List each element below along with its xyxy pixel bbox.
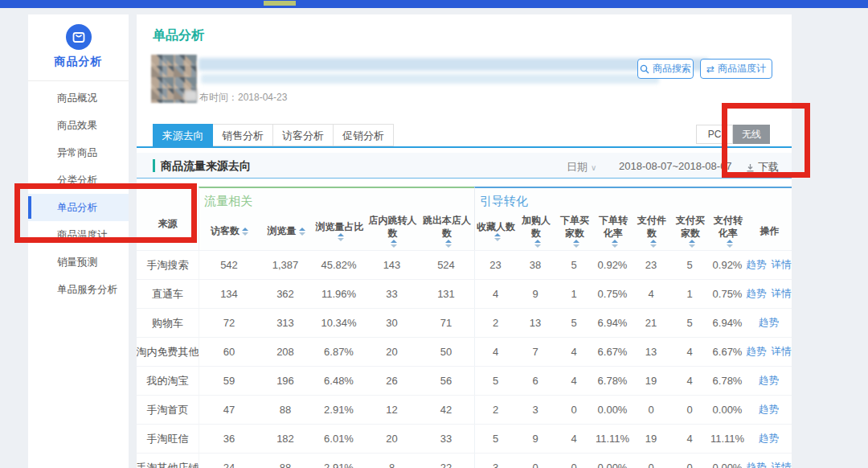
sort-icon[interactable] [534, 240, 541, 248]
action-cell: 趋势 [746, 396, 792, 424]
action-link[interactable]: 详情 [772, 345, 792, 359]
sort-icon[interactable] [242, 228, 248, 236]
source-cell[interactable]: 我的淘宝 [137, 367, 199, 395]
sidebar-item[interactable]: 商品温度计 [28, 221, 129, 248]
column-header[interactable]: 浏览量占比 [313, 212, 366, 250]
date-filter-dropdown[interactable]: 日期∨ [567, 160, 596, 174]
value-cell: 6.48% [312, 367, 366, 395]
action-cell: 趋势详情 [746, 280, 792, 308]
sort-down-arrow [445, 244, 452, 248]
value-cell: 0.00% [709, 454, 746, 468]
value-cell: 1 [670, 280, 709, 308]
column-group-traffic: 流量相关 访客数浏览量浏览量占比店内跳转人数跳出本店人数 [199, 187, 474, 250]
value-cell: 11.11% [709, 425, 746, 453]
column-header[interactable]: 店内跳转人数 [366, 212, 419, 250]
product-search-label: 商品搜索 [653, 62, 691, 76]
column-header[interactable]: 支付买家数 [671, 212, 710, 250]
action-cell: 趋势详情 [746, 338, 792, 366]
value-cell: 23 [632, 251, 670, 279]
value-cell: 13 [516, 309, 555, 337]
sort-icon[interactable] [299, 228, 305, 236]
action-cell: 趋势详情 [746, 454, 792, 468]
sort-down-arrow [612, 244, 618, 248]
product-thermometer-button[interactable]: ⇄ 商品温度计 [700, 59, 772, 79]
action-link[interactable]: 详情 [772, 287, 792, 301]
source-cell[interactable]: 手淘旺信 [137, 425, 199, 453]
sort-icon[interactable] [612, 240, 618, 248]
value-cell: 4 [474, 280, 516, 308]
action-link[interactable]: 趋势 [759, 403, 779, 417]
column-header[interactable]: 访客数 [199, 212, 260, 250]
column-header[interactable]: 支付转化率 [710, 212, 747, 250]
tab[interactable]: 访客分析 [273, 124, 334, 146]
value-cell: 0.92% [709, 251, 746, 279]
sidebar-item[interactable]: 异常商品 [28, 139, 129, 166]
table-row: 购物车7231310.34%307121356.94%2156.94%趋势 [137, 308, 792, 337]
product-search-button[interactable]: 商品搜索 [637, 59, 694, 79]
source-cell[interactable]: 淘内免费其他 [137, 338, 199, 366]
device-toggle-option[interactable]: 无线 [733, 125, 770, 144]
source-cell[interactable]: 直通车 [137, 280, 199, 308]
column-header[interactable]: 下单买家数 [555, 212, 594, 250]
column-header[interactable]: 收藏人数 [475, 212, 517, 250]
value-cell: 4 [670, 367, 709, 395]
column-header[interactable]: 支付件数 [633, 212, 671, 250]
value-cell: 2.91% [312, 396, 366, 424]
value-cell: 143 [366, 251, 418, 279]
value-cell: 131 [418, 280, 474, 308]
tab[interactable]: 来源去向 [153, 124, 213, 146]
sort-icon[interactable] [391, 240, 397, 248]
sidebar-item[interactable]: 商品效果 [28, 112, 129, 139]
sort-icon[interactable] [494, 233, 501, 241]
sort-icon[interactable] [689, 240, 695, 248]
sidebar-item[interactable]: 单品分析 [28, 194, 129, 221]
action-link[interactable]: 趋势 [747, 345, 767, 359]
action-cell: 趋势 [746, 425, 792, 453]
date-filter-label: 日期 [567, 161, 588, 173]
column-header-source[interactable]: 来源 [137, 217, 199, 231]
sort-icon[interactable] [573, 240, 579, 248]
sidebar-item[interactable]: 销量预测 [28, 248, 129, 276]
sidebar-item[interactable]: 单品服务分析 [28, 276, 129, 303]
sort-icon[interactable] [445, 240, 452, 248]
column-header[interactable]: 下单转化率 [594, 212, 633, 250]
tab[interactable]: 销售分析 [213, 124, 273, 146]
source-cell[interactable]: 手淘首页 [137, 396, 199, 424]
sort-icon[interactable] [727, 240, 733, 248]
value-cell: 6.94% [709, 309, 746, 337]
action-link[interactable]: 详情 [772, 258, 792, 272]
column-header[interactable]: 浏览量 [260, 212, 313, 250]
action-link[interactable]: 详情 [772, 461, 792, 468]
value-cell: 20 [366, 338, 418, 366]
device-toggle-option[interactable]: PC [696, 125, 733, 144]
action-link[interactable]: 趋势 [747, 258, 767, 272]
column-header[interactable]: 加购人数 [517, 212, 555, 250]
sort-icon[interactable] [650, 240, 657, 248]
table-row: 手淘旺信361826.01%203359411.11%19411.11%趋势 [137, 424, 792, 453]
value-cell: 0 [632, 454, 670, 468]
value-cell: 88 [259, 396, 312, 424]
date-range-value[interactable]: 2018-08-07~2018-08-07 [619, 160, 732, 172]
topbar-tab-marker[interactable] [264, 1, 296, 6]
action-link[interactable]: 趋势 [759, 432, 779, 445]
action-link[interactable]: 趋势 [747, 461, 767, 468]
tab[interactable]: 促销分析 [334, 124, 394, 146]
action-link[interactable]: 趋势 [747, 287, 767, 301]
column-header[interactable]: 跳出本店人数 [419, 212, 475, 250]
value-cell: 9 [516, 280, 555, 308]
column-header-label: 支付买家数 [673, 215, 708, 240]
value-cell: 20 [366, 425, 418, 453]
source-cell[interactable]: 购物车 [137, 309, 199, 337]
sidebar-item[interactable]: 商品概况 [28, 84, 129, 112]
sidebar-item[interactable]: 分类分析 [28, 166, 129, 194]
action-link[interactable]: 趋势 [759, 374, 779, 388]
value-cell: 4 [670, 338, 709, 366]
value-cell: 6.67% [709, 338, 746, 366]
source-cell[interactable]: 手淘搜索 [137, 251, 199, 279]
source-cell[interactable]: 手淘其他店铺 [137, 454, 199, 468]
action-link[interactable]: 趋势 [759, 316, 779, 330]
sort-icon[interactable] [338, 233, 344, 241]
download-button[interactable]: 下载 [746, 160, 779, 174]
product-title-redacted [199, 58, 709, 71]
value-cell: 9 [516, 425, 555, 453]
